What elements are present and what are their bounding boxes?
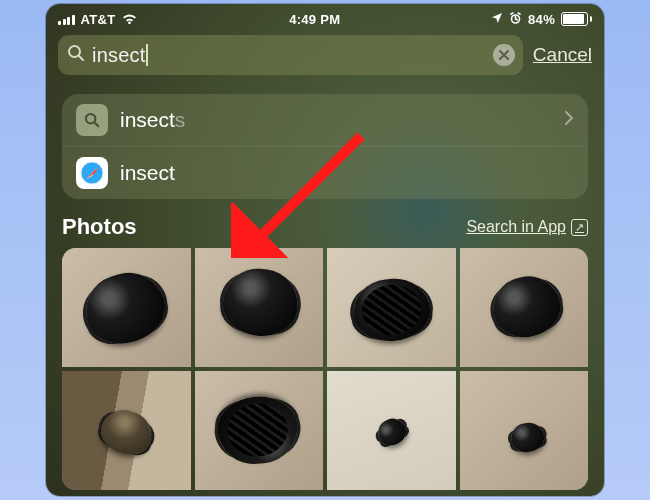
carrier-label: AT&T [81, 12, 116, 27]
cancel-button[interactable]: Cancel [533, 44, 592, 66]
suggestions-card: insects insect [62, 94, 588, 199]
safari-icon [76, 157, 108, 189]
search-in-app-label: Search in App [466, 218, 566, 236]
svg-point-3 [86, 114, 95, 123]
svg-line-4 [95, 123, 99, 127]
search-input[interactable]: insect [58, 35, 523, 75]
text-caret [146, 44, 148, 66]
photo-thumbnail[interactable] [62, 248, 191, 367]
suggestion-row-safari-insect[interactable]: insect [62, 146, 588, 199]
photos-grid [62, 248, 588, 490]
suggestion-row-insects[interactable]: insects [62, 94, 588, 146]
svg-line-2 [79, 56, 83, 60]
battery-icon [561, 12, 592, 26]
chevron-right-icon [564, 110, 574, 130]
photo-thumbnail[interactable] [460, 371, 589, 490]
alarm-icon [509, 12, 522, 27]
suggestion-label: insects [120, 108, 185, 132]
photo-thumbnail[interactable] [327, 248, 456, 367]
cell-signal-icon [58, 13, 75, 25]
search-icon [76, 104, 108, 136]
ios-spotlight-screen: AT&T 4:49 PM 84% insect [46, 4, 604, 496]
photo-thumbnail[interactable] [195, 371, 324, 490]
photo-thumbnail[interactable] [460, 248, 589, 367]
search-query-text: insect [92, 44, 145, 67]
photo-thumbnail[interactable] [62, 371, 191, 490]
clear-search-button[interactable] [493, 44, 515, 66]
search-icon [66, 43, 86, 67]
battery-pct-label: 84% [528, 12, 555, 27]
photo-thumbnail[interactable] [195, 248, 324, 367]
suggestion-label: insect [120, 161, 175, 185]
wifi-icon [121, 13, 138, 25]
external-link-icon: ↗ [571, 219, 588, 236]
clock-label: 4:49 PM [289, 12, 340, 27]
photos-section-title: Photos [62, 214, 137, 240]
status-bar: AT&T 4:49 PM 84% [46, 8, 604, 30]
location-icon [491, 12, 503, 27]
photo-thumbnail[interactable] [327, 371, 456, 490]
search-in-app-link[interactable]: Search in App ↗ [466, 218, 588, 236]
